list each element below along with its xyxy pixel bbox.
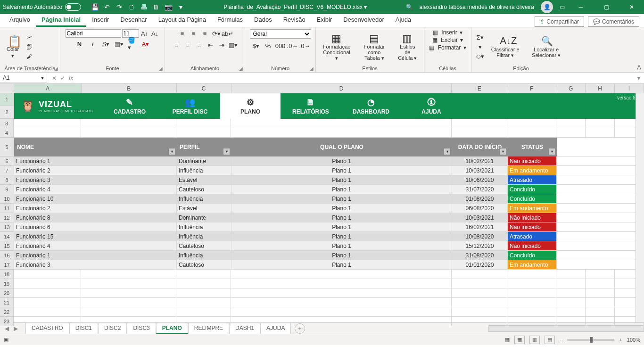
row-header[interactable]: 14 [0, 232, 14, 241]
cell[interactable]: Plano 1 [231, 232, 452, 241]
decrease-decimal-icon[interactable]: .0→ [300, 41, 310, 50]
cell[interactable] [452, 307, 507, 317]
insert-button[interactable]: ▦ Inserir ▾ [433, 29, 462, 36]
share-button[interactable]: ⇪Compartilhar [535, 16, 584, 27]
ribbon-tab[interactable]: Layout da Página [153, 14, 212, 27]
avatar[interactable]: 👤 [541, 1, 553, 13]
cell[interactable] [81, 279, 176, 288]
cell[interactable] [14, 317, 81, 326]
row-header[interactable]: 4 [0, 128, 14, 138]
table-header[interactable]: PERFIL▾ [177, 138, 231, 156]
row-header[interactable]: 11 [0, 204, 14, 213]
cell[interactable]: Plano 1 [231, 166, 452, 175]
cell[interactable] [556, 298, 586, 307]
status-badge[interactable]: Não iniciado [508, 213, 557, 222]
status-badge[interactable]: Em andamento [508, 260, 557, 270]
cell[interactable]: Plano 1 [231, 175, 452, 185]
normal-view-button[interactable]: ▦ [514, 336, 525, 344]
cell[interactable]: 10/08/2020 [452, 232, 508, 241]
cell[interactable]: 15/12/2020 [452, 241, 508, 251]
row-header[interactable]: 17 [0, 260, 14, 270]
cell[interactable]: Plano 1 [231, 251, 452, 260]
cell[interactable] [586, 288, 615, 298]
dialog-launcher-icon[interactable]: ◢ [239, 66, 243, 71]
row-header[interactable]: 3 [0, 119, 14, 128]
ribbon-tab[interactable]: Desenvolvedor [338, 14, 390, 27]
cell[interactable] [452, 288, 507, 298]
cell[interactable]: 31/08/2020 [452, 251, 508, 260]
cell[interactable]: Plano 1 [231, 260, 452, 270]
indent-decrease-icon[interactable]: ⇤ [206, 41, 215, 49]
cell-nome[interactable]: Funcionário 15 [14, 232, 177, 241]
ribbon-options-icon[interactable]: ▭ [560, 4, 565, 10]
row-header[interactable]: 5 [0, 138, 14, 156]
row-header[interactable]: 21 [0, 298, 14, 307]
ribbon-tab[interactable]: Arquivo [4, 14, 36, 27]
align-left-icon[interactable]: ≡ [172, 41, 182, 49]
cell[interactable]: Influência [177, 194, 231, 204]
font-name-input[interactable] [66, 29, 121, 38]
nav-item-dashboard[interactable]: ◔DASHBOARD [341, 93, 401, 119]
filter-icon[interactable]: ▾ [444, 148, 451, 155]
cell[interactable]: Dominante [177, 213, 231, 222]
cell-nome[interactable]: Funcionário 3 [14, 260, 177, 270]
nav-item-perfil disc[interactable]: 👥PERFIL DISC [160, 93, 220, 119]
cell[interactable] [14, 288, 81, 298]
row-header[interactable]: 7 [0, 166, 14, 175]
cell[interactable]: 10/06/2020 [452, 175, 508, 185]
cell[interactable]: 10/02/2021 [452, 156, 508, 166]
ribbon-tab[interactable]: Revisão [278, 14, 311, 27]
cell[interactable] [452, 279, 507, 288]
filter-icon[interactable]: ▾ [168, 148, 175, 155]
cell[interactable] [14, 119, 81, 128]
cell[interactable] [14, 279, 81, 288]
number-format-select[interactable]: Geral [250, 29, 311, 39]
save-icon[interactable]: 💾 [91, 3, 99, 11]
zoom-out-button[interactable]: − [560, 337, 562, 343]
cell[interactable] [507, 279, 556, 288]
cell-nome[interactable]: Funcionário 8 [14, 213, 177, 222]
filter-icon[interactable]: ▾ [499, 148, 506, 155]
redo-icon[interactable]: ↷ [115, 3, 124, 11]
cell[interactable] [81, 270, 176, 279]
cell[interactable] [507, 288, 556, 298]
minimize-button[interactable]: ─ [571, 0, 590, 14]
cell[interactable] [176, 270, 231, 279]
qat-icon[interactable]: 🗎 [152, 3, 160, 11]
cell[interactable] [586, 307, 615, 317]
close-button[interactable]: ✕ [622, 0, 641, 14]
cell[interactable]: Plano 1 [231, 213, 452, 222]
cell[interactable]: Influência [177, 251, 231, 260]
cell[interactable] [176, 317, 231, 326]
row-header[interactable]: 16 [0, 251, 14, 260]
cell[interactable] [231, 279, 452, 288]
cell[interactable]: Cauteloso [177, 260, 231, 270]
cell[interactable] [452, 317, 507, 326]
filter-icon[interactable]: ▾ [548, 148, 555, 155]
formula-input[interactable] [78, 74, 634, 82]
autosave-control[interactable]: Salvamento Automático [3, 3, 81, 11]
maximize-button[interactable]: ▢ [597, 0, 616, 14]
status-badge[interactable]: Não iniciado [508, 241, 557, 251]
ribbon-tab[interactable]: Dados [248, 14, 278, 27]
row-header[interactable]: 8 [0, 175, 14, 185]
align-bottom-icon[interactable]: ≡ [200, 29, 210, 38]
align-middle-icon[interactable]: ≡ [189, 29, 198, 38]
cell[interactable] [507, 298, 556, 307]
indent-increase-icon[interactable]: ⇥ [217, 41, 227, 49]
align-right-icon[interactable]: ≡ [195, 41, 204, 49]
percent-icon[interactable]: % [264, 41, 273, 50]
cell[interactable] [586, 317, 615, 326]
status-badge[interactable]: Não iniciado [508, 222, 557, 232]
cell[interactable]: Cauteloso [177, 185, 231, 194]
cell[interactable] [176, 119, 231, 128]
camera-icon[interactable]: 📷 [164, 3, 173, 11]
cell[interactable] [81, 119, 176, 128]
table-header[interactable]: DATA DO INÍCIO▾ [452, 138, 508, 156]
cell[interactable] [556, 307, 586, 317]
align-center-icon[interactable]: ≡ [183, 41, 193, 49]
conditional-formatting-button[interactable]: ▦Formatação Condicional ▾ [320, 32, 354, 62]
bold-icon[interactable]: N [75, 40, 84, 48]
ribbon-tab[interactable]: Fórmulas [212, 14, 248, 27]
cell[interactable] [176, 298, 231, 307]
